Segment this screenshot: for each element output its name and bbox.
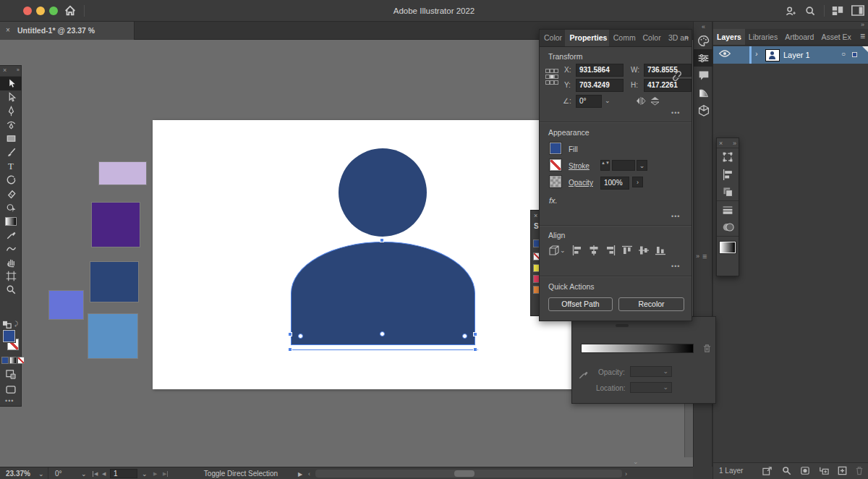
offset-path-button[interactable]: Offset Path	[548, 297, 613, 311]
type-tool[interactable]: T	[0, 159, 22, 173]
w-value-field[interactable]: 736.8555	[644, 64, 692, 77]
stroke-label[interactable]: Stroke	[569, 162, 590, 170]
gradient-slider[interactable]	[581, 344, 694, 353]
delete-gradient-stop-icon[interactable]	[702, 344, 712, 353]
person-body-semicircle[interactable]	[291, 242, 475, 345]
shaper-tool[interactable]	[0, 242, 22, 255]
status-expand-icon[interactable]: ▶	[298, 471, 302, 478]
toolbar-more-icon[interactable]: •••	[5, 397, 14, 404]
rotate-tool[interactable]	[0, 173, 22, 187]
direct-selection-tool[interactable]	[0, 90, 22, 104]
h-value-field[interactable]: 417.2261	[644, 79, 692, 92]
eraser-tool[interactable]	[0, 187, 22, 200]
anchor-point-center[interactable]	[380, 331, 385, 336]
locate-object-icon[interactable]	[782, 466, 791, 475]
zoom-level[interactable]: 23.37%	[6, 470, 30, 478]
panel-toggle-icon[interactable]	[851, 5, 864, 16]
tab-libraries[interactable]: Libraries	[745, 29, 781, 45]
selection-tool[interactable]	[0, 77, 22, 90]
bbox-handle-bottomleft[interactable]	[288, 347, 292, 352]
gradient-panel-icon[interactable]	[694, 84, 713, 101]
canvas-swatch-steelblue[interactable]	[88, 314, 137, 358]
gradient-eyedropper-icon[interactable]	[578, 369, 589, 380]
rotation-readout[interactable]: 0°	[55, 470, 62, 478]
bbox-handle-left[interactable]	[288, 332, 292, 336]
flip-horizontal-icon[interactable]	[636, 97, 646, 105]
shape-builder-tool[interactable]	[0, 200, 22, 214]
layer-thumbnail[interactable]	[765, 49, 780, 62]
link-dimensions-icon[interactable]	[671, 69, 683, 82]
rotation-value-field[interactable]: 0°	[576, 95, 602, 108]
align-right-icon[interactable]	[605, 245, 616, 255]
paintbrush-tool[interactable]	[0, 145, 22, 159]
align-center-h-icon[interactable]	[589, 245, 599, 255]
collapse-dock2-icon[interactable]: »	[733, 140, 736, 147]
toolbar-header[interactable]: × ››	[0, 66, 21, 77]
transform-panel-icon[interactable]	[717, 148, 739, 166]
prev-artboard-icon[interactable]: ◀	[102, 471, 106, 477]
expand-panel-icon[interactable]: »	[696, 253, 699, 260]
new-layer-icon[interactable]	[838, 466, 847, 475]
hscroll-right-icon[interactable]: ›	[625, 470, 627, 478]
canvas-swatch-periwinkle[interactable]	[49, 291, 83, 319]
eyedropper-tool[interactable]	[0, 228, 22, 242]
tab-properties[interactable]: Properties	[565, 30, 608, 46]
horizontal-scrollbar[interactable]	[315, 470, 622, 478]
rotation-dropdown-icon[interactable]: ⌄	[605, 97, 610, 104]
zoom-tool[interactable]	[0, 283, 22, 297]
stepper-down-icon[interactable]: ▼	[605, 161, 610, 165]
close-toolbar-icon[interactable]: ×	[3, 67, 7, 74]
collapse-dock-icon[interactable]: «	[694, 22, 713, 32]
gradient-opacity-dropdown[interactable]: ⌄	[630, 366, 672, 377]
align-bottom-icon[interactable]	[655, 245, 665, 255]
layers-menu-icon[interactable]: ≡	[860, 31, 865, 41]
stroke-panel-icon[interactable]	[717, 201, 739, 219]
last-artboard-icon[interactable]: ▶	[163, 471, 168, 477]
collapse-layers-dock-icon[interactable]: »	[861, 21, 864, 28]
close-dock-icon[interactable]: ×	[719, 140, 723, 147]
gradient-panel-grip[interactable]	[616, 324, 629, 327]
align-to-dropdown[interactable]: ⌄	[548, 245, 566, 255]
new-sublayer-icon[interactable]	[819, 466, 829, 475]
tab-artboards[interactable]: Artboard	[781, 29, 817, 45]
stroke-weight-dropdown[interactable]: ⌄	[637, 160, 647, 171]
scroll-chevron-icon[interactable]: ⌄	[633, 458, 639, 465]
zoom-dropdown-icon[interactable]: ⌄	[38, 470, 44, 478]
layer-name[interactable]: Layer 1	[783, 51, 810, 59]
fx-effects-button[interactable]: fx.	[549, 196, 558, 205]
opacity-label[interactable]: Opacity	[569, 179, 593, 187]
horizontal-scrollbar-thumb[interactable]	[454, 470, 475, 477]
next-artboard-icon[interactable]: ▶	[153, 471, 157, 477]
canvas-swatch-navy[interactable]	[90, 262, 138, 302]
swap-arrow-icon[interactable]: ⤸	[14, 321, 18, 328]
hscroll-left-icon[interactable]: ‹	[308, 470, 310, 478]
fill-swatch[interactable]	[550, 143, 561, 154]
layer-row[interactable]: › Layer 1 ○	[713, 46, 868, 64]
reference-point-grid[interactable]	[545, 69, 557, 85]
tab-color-1[interactable]: Color	[540, 30, 565, 46]
align-left-icon[interactable]	[572, 245, 582, 255]
workspace-layout-icon[interactable]	[832, 6, 843, 16]
tab-overflow-icon[interactable]: »	[684, 33, 689, 41]
gradient-panel-active-icon[interactable]	[717, 237, 739, 258]
artboard-number-field[interactable]: 1	[110, 469, 137, 478]
tab-comments[interactable]: Comm	[609, 30, 639, 46]
stroke-weight-stepper[interactable]: ▲▼	[600, 160, 610, 171]
align-top-icon[interactable]	[622, 245, 632, 255]
fill-color-indicator[interactable]	[3, 330, 15, 342]
anchor-point-left[interactable]	[298, 334, 303, 339]
panel-menu-icon[interactable]: ≡	[702, 252, 707, 260]
screen-mode-button[interactable]	[0, 383, 22, 397]
collect-for-export-icon[interactable]	[762, 466, 773, 475]
bbox-handle-right[interactable]	[473, 332, 477, 336]
layer-selection-chip[interactable]	[852, 52, 857, 57]
x-value-field[interactable]: 931.5864	[576, 64, 624, 77]
canvas-swatch-purple[interactable]	[92, 203, 140, 247]
clipping-mask-icon[interactable]	[800, 466, 810, 475]
pen-tool[interactable]	[0, 104, 22, 118]
delete-layer-icon[interactable]	[855, 466, 864, 475]
properties-panel-icon[interactable]	[694, 49, 713, 67]
color-mode-fill[interactable]	[1, 357, 9, 364]
appearance-more-icon[interactable]: •••	[671, 213, 680, 220]
gradient-tool[interactable]	[0, 214, 22, 228]
